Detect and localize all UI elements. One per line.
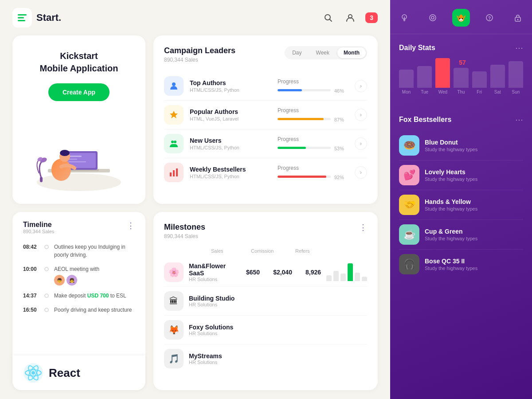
- timeline-title-group: Timeline 890,344 Sales: [23, 221, 54, 234]
- timeline-text: Make deposit USD 700 to ESL: [54, 292, 126, 300]
- chart-bar: [509, 61, 523, 88]
- timeline-text: AEOL meeting with 👦 👧: [54, 265, 99, 286]
- nav-question-icon[interactable]: ?: [481, 9, 498, 27]
- fox-thumbnail: ☕: [399, 224, 419, 245]
- sidebar-nav: ?: [390, 0, 532, 34]
- campaign-row: Weekly Bestsellers HTML/CSS/JS, Python P…: [164, 158, 367, 187]
- tab-day[interactable]: Day: [286, 47, 308, 58]
- timeline-menu[interactable]: ⋮: [127, 221, 135, 231]
- fox-item-name: Hands & Yellow: [425, 198, 523, 205]
- timeline-time: 14:37: [23, 292, 39, 299]
- row-chevron-button[interactable]: ›: [355, 137, 367, 150]
- progress-label: Progress: [278, 107, 299, 113]
- timeline-time: 10:00: [23, 265, 39, 272]
- col-commission: Comission: [251, 248, 282, 254]
- fox-bestsellers-header: Fox Bestsellers ⋯: [399, 115, 523, 125]
- fox-item-name: Blue Donut: [425, 139, 523, 146]
- nav-music-icon[interactable]: [424, 9, 442, 27]
- milestone-info: Man&Flower SaaS HR Solutions: [189, 262, 241, 282]
- logo-text: Start.: [36, 12, 61, 23]
- fox-item: 🤝 Hands & Yellow Study the highway types: [399, 190, 523, 220]
- row-chevron-button[interactable]: ›: [355, 80, 367, 92]
- progress-bar: [278, 147, 331, 149]
- svg-rect-11: [68, 156, 82, 157]
- user-icon[interactable]: [343, 11, 357, 25]
- milestone-row: 🦊 Foxy Solutions HR Solutions: [164, 316, 367, 344]
- search-icon[interactable]: [321, 11, 335, 25]
- milestone-stats: $650 $2,040 8,926: [246, 269, 321, 276]
- chart-bar-wrap: Mon: [399, 70, 414, 94]
- campaign-name: Weekly Bestsellers: [190, 166, 271, 173]
- chart-peak-value: 57: [459, 59, 466, 66]
- campaign-title: Campaign Leaders: [164, 46, 235, 55]
- svg-point-34: [431, 16, 434, 19]
- timeline-dot: [44, 267, 49, 271]
- milestone-info: Foxy Solutions HR Solutions: [189, 324, 294, 336]
- timeline-time: 16:50: [23, 306, 39, 313]
- daily-stats-menu[interactable]: ⋯: [515, 43, 523, 53]
- row-chevron-button[interactable]: ›: [355, 109, 367, 121]
- timeline-text: Outlines keep you Indulging in poorly dr…: [54, 243, 135, 259]
- svg-point-47: [517, 19, 519, 20]
- campaign-tags: HTML/CSS/JS, Python: [190, 145, 271, 150]
- progress-section: Progress 53%: [278, 136, 348, 151]
- progress-percent: 53%: [334, 146, 344, 151]
- milestone-name: Foxy Solutions: [189, 324, 294, 331]
- tab-month[interactable]: Month: [337, 47, 366, 58]
- fox-item-sub: Study the highway types: [425, 206, 523, 211]
- milestone-bar: [348, 263, 353, 281]
- fox-item-info: Blue Donut Study the highway types: [425, 139, 523, 152]
- milestone-refers: 8,926: [305, 269, 321, 276]
- campaign-icon: [164, 134, 184, 153]
- notification-badge[interactable]: 3: [365, 12, 378, 23]
- progress-bar-fill: [278, 147, 306, 149]
- progress-section: Progress 92%: [278, 165, 348, 180]
- milestone-bar: [326, 275, 332, 281]
- header: Start. 3: [0, 0, 390, 35]
- milestones-header: Milestones 890,344 Sales ⋮: [164, 223, 367, 239]
- progress-section: Progress 46%: [278, 78, 348, 94]
- chart-bar: [399, 70, 414, 88]
- svg-point-22: [171, 141, 174, 143]
- col-sales: Sales: [211, 248, 238, 254]
- milestone-sub: HR Solutions: [189, 302, 294, 307]
- campaign-tags: HTML/CSS/JS, Python: [190, 87, 271, 93]
- fox-bestsellers-menu[interactable]: ⋯: [515, 115, 523, 125]
- timeline-subtitle: 890,344 Sales: [23, 229, 54, 234]
- fox-item-info: Cup & Green Study the highway types: [425, 228, 523, 241]
- svg-rect-19: [40, 177, 43, 182]
- fox-thumbnail: 🍩: [399, 135, 419, 156]
- milestone-bar: [362, 277, 367, 281]
- fox-thumbnail: 🤝: [399, 195, 419, 215]
- fox-bestsellers-title: Fox Bestsellers: [399, 116, 451, 124]
- daily-stats-header: Daily Stats ⋯: [399, 43, 523, 53]
- nav-lock-icon[interactable]: [509, 9, 527, 27]
- nav-fox-icon[interactable]: [452, 9, 470, 27]
- timeline-time: 08:42: [23, 243, 39, 250]
- milestones-menu[interactable]: ⋮: [359, 223, 367, 232]
- milestone-sub: HR Solutions: [189, 331, 294, 336]
- campaign-tabs: Day Week Month: [285, 46, 367, 59]
- row-chevron-button[interactable]: ›: [355, 166, 367, 179]
- nav-bulb-icon[interactable]: [395, 9, 413, 27]
- campaign-row: Popular Authors HTML, VueJS, Laravel Pro…: [164, 101, 367, 129]
- svg-point-41: [459, 18, 461, 20]
- milestone-info: Building Studio HR Solutions: [189, 295, 294, 307]
- fox-item: 🍩 Blue Donut Study the highway types: [399, 131, 523, 160]
- right-sidebar: ? Daily Stats ⋯ MonTueWedThuFriSatSun57 …: [390, 0, 532, 399]
- svg-rect-12: [68, 159, 77, 160]
- chart-bar: [490, 65, 505, 88]
- chart-day-label: Fri: [477, 90, 482, 94]
- create-app-button[interactable]: Create App: [48, 83, 110, 101]
- daily-stats-chart: MonTueWedThuFriSatSun57: [399, 59, 523, 103]
- fox-item-name: Cup & Green: [425, 228, 523, 235]
- progress-percent: 87%: [334, 117, 344, 122]
- milestone-refers-value: 8,926: [305, 269, 321, 276]
- chart-day-label: Thu: [457, 90, 465, 94]
- campaign-row: Top Authors HTML/CSS/JS, Python Progress…: [164, 72, 367, 101]
- campaign-tags: HTML, VueJS, Laravel: [190, 116, 271, 121]
- campaign-icon: [164, 163, 184, 182]
- tab-week[interactable]: Week: [310, 47, 336, 58]
- timeline-item: 14:37 Make deposit USD 700 to ESL: [23, 292, 135, 300]
- fox-item-name: Bose QC 35 II: [425, 258, 523, 265]
